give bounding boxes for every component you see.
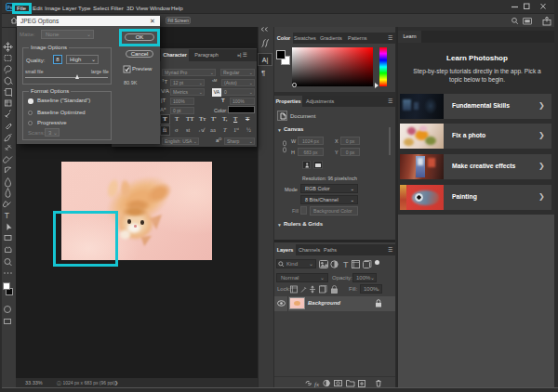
- svg-text:T: T: [343, 260, 349, 268]
- svg-text:fx: fx: [314, 381, 320, 388]
- svg-text:T: T: [5, 211, 9, 220]
